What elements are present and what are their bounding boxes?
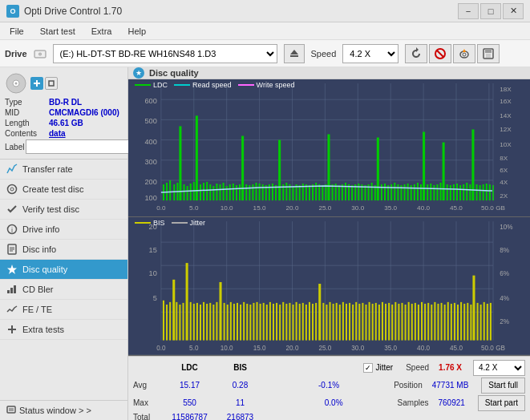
disc-btn1[interactable] — [30, 77, 43, 90]
sidebar-item-verify-test-disc[interactable]: Verify test disc — [0, 200, 127, 220]
svg-rect-133 — [338, 185, 340, 200]
svg-rect-119 — [292, 186, 293, 200]
svg-rect-167 — [450, 185, 451, 200]
svg-rect-239 — [269, 302, 271, 341]
menu-help[interactable]: Help — [121, 25, 152, 38]
status-window-button[interactable]: Status window > > — [0, 400, 127, 420]
svg-text:45.0: 45.0 — [450, 204, 463, 212]
svg-rect-229 — [237, 303, 238, 341]
disc-contents-row: Contents data — [5, 129, 123, 138]
svg-rect-102 — [236, 185, 237, 200]
svg-text:30.0: 30.0 — [351, 345, 364, 352]
svg-rect-246 — [292, 305, 293, 341]
avg-label: Avg — [133, 381, 161, 390]
eject-button[interactable] — [284, 44, 305, 63]
transfer-rate-icon — [6, 164, 18, 175]
svg-rect-5 — [290, 55, 298, 57]
burn-button[interactable] — [453, 44, 475, 63]
start-part-button[interactable]: Start part — [478, 395, 525, 411]
create-test-disc-icon — [6, 184, 18, 195]
svg-text:8X: 8X — [500, 155, 508, 162]
svg-rect-208 — [166, 305, 168, 341]
refresh-button[interactable] — [405, 44, 427, 63]
svg-text:5: 5 — [153, 294, 157, 302]
disc-section: Type BD-R DL MID CMCMAGDI6 (000) Length … — [0, 67, 127, 160]
svg-rect-219 — [203, 302, 204, 341]
svg-rect-31 — [14, 285, 16, 293]
stats-bar: LDC BIS ✓ Jitter Speed 1.76 X 4.2 X Avg … — [128, 356, 530, 420]
sidebar-item-transfer-rate[interactable]: Transfer rate — [0, 160, 127, 180]
drive-bar: Drive (E:) HL-DT-ST BD-RE WH16NS48 1.D3 … — [0, 40, 530, 67]
sidebar-item-disc-info[interactable]: Disc info — [0, 240, 127, 260]
sidebar-item-cd-bler[interactable]: CD Bler — [0, 280, 127, 300]
menu-file[interactable]: File — [3, 25, 30, 38]
svg-rect-230 — [240, 305, 241, 341]
disc-info-icon — [6, 244, 18, 255]
speed-select2[interactable]: 4.2 X — [473, 360, 525, 376]
svg-rect-222 — [212, 305, 214, 341]
svg-rect-217 — [196, 303, 198, 341]
svg-rect-286 — [424, 304, 426, 341]
svg-rect-98 — [223, 183, 225, 200]
svg-text:600: 600 — [144, 97, 156, 105]
svg-rect-268 — [365, 305, 366, 341]
sidebar-item-drive-info[interactable]: i Drive info — [0, 220, 127, 240]
svg-rect-288 — [431, 305, 432, 341]
sidebar-item-disc-quality[interactable]: Disc quality — [0, 260, 127, 280]
drive-select[interactable]: (E:) HL-DT-ST BD-RE WH16NS48 1.D3 — [53, 44, 277, 63]
menu-bar: File Start test Extra Help — [0, 22, 530, 40]
svg-rect-101 — [233, 184, 234, 200]
svg-rect-242 — [279, 305, 281, 341]
svg-rect-221 — [209, 303, 211, 341]
svg-text:15: 15 — [149, 246, 157, 254]
svg-marker-4 — [290, 50, 298, 55]
disc-quality-header-icon: ★ — [133, 67, 144, 79]
disc-quality-icon — [6, 264, 18, 275]
save-button[interactable] — [477, 44, 500, 63]
svg-rect-264 — [352, 305, 354, 341]
sidebar-item-create-test-disc[interactable]: Create test disc — [0, 180, 127, 200]
stats-avg-row: Avg 15.17 0.28 -0.1% Position 47731 MB S… — [133, 378, 525, 394]
svg-point-3 — [39, 53, 41, 55]
svg-rect-297 — [460, 302, 462, 341]
erase-button[interactable] — [429, 44, 451, 63]
svg-rect-227 — [230, 302, 232, 341]
sidebar-item-extra-tests[interactable]: Extra tests — [0, 320, 127, 340]
svg-point-8 — [460, 51, 468, 58]
svg-rect-231 — [243, 302, 245, 341]
speed-select-group: 4.2 X — [473, 360, 525, 376]
disc-btn2[interactable] — [45, 77, 58, 90]
menu-extra[interactable]: Extra — [85, 25, 119, 38]
label-input[interactable] — [26, 139, 132, 154]
sidebar-item-fe-te[interactable]: FE / TE — [0, 300, 127, 320]
svg-rect-269 — [369, 302, 370, 341]
disc-quality-header: ★ Disc quality — [128, 67, 530, 79]
svg-rect-252 — [312, 304, 314, 341]
svg-line-7 — [437, 50, 443, 57]
svg-text:18X: 18X — [500, 86, 512, 93]
minimize-button[interactable]: − — [458, 3, 479, 19]
action-buttons — [405, 44, 500, 63]
start-full-button[interactable]: Start full — [481, 378, 525, 394]
svg-rect-173 — [469, 184, 471, 200]
total-label: Total — [133, 413, 161, 420]
svg-marker-28 — [7, 265, 17, 274]
svg-rect-29 — [7, 290, 10, 293]
svg-rect-87 — [187, 186, 188, 200]
svg-rect-255 — [322, 303, 324, 341]
svg-rect-110 — [262, 184, 264, 200]
svg-rect-284 — [418, 305, 419, 341]
svg-text:500: 500 — [144, 117, 156, 125]
speed-select[interactable]: 4.2 X — [342, 44, 399, 63]
maximize-button[interactable]: □ — [480, 3, 501, 19]
jitter-checkbox[interactable]: ✓ — [363, 363, 373, 373]
max-jitter: 0.0% — [325, 398, 343, 407]
svg-rect-96 — [216, 184, 217, 200]
svg-text:25.0: 25.0 — [318, 345, 331, 352]
close-button[interactable]: ✕ — [503, 3, 524, 19]
svg-rect-126 — [315, 183, 317, 200]
svg-rect-236 — [260, 304, 261, 341]
menu-start-test[interactable]: Start test — [34, 25, 82, 38]
svg-rect-265 — [355, 302, 357, 341]
svg-rect-109 — [259, 184, 261, 200]
